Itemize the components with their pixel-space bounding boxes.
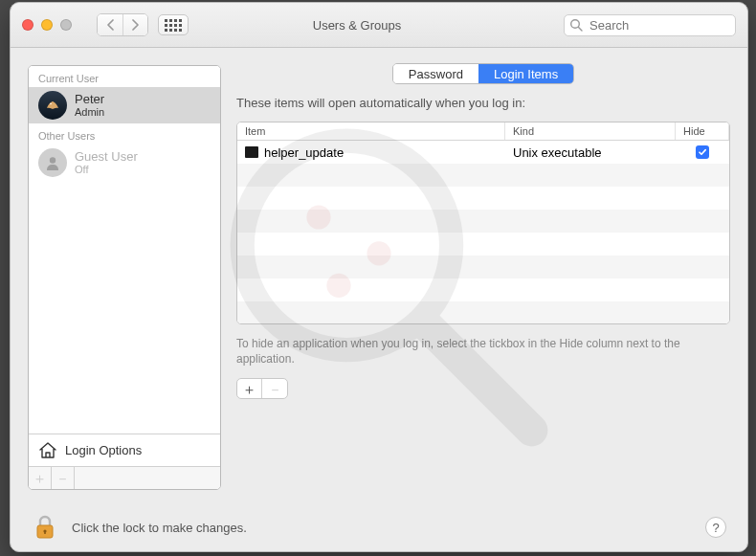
- svg-line-1: [578, 27, 582, 31]
- main-panel: Password Login Items These items will op…: [236, 65, 730, 490]
- hide-checkbox[interactable]: [696, 145, 709, 159]
- login-item-add-remove: ＋ －: [236, 378, 288, 399]
- login-options-label: Login Options: [65, 443, 142, 457]
- silhouette-avatar-icon: [44, 154, 61, 171]
- lock-button[interactable]: [32, 512, 58, 543]
- preferences-window: Users & Groups Current User: [10, 2, 748, 552]
- avatar: [38, 91, 67, 120]
- forward-button[interactable]: [122, 14, 147, 35]
- lock-icon: [33, 514, 56, 541]
- table-row[interactable]: helper_update Unix executable: [237, 141, 729, 164]
- add-user-button[interactable]: ＋: [29, 467, 52, 490]
- chevron-left-icon: [106, 19, 115, 31]
- section-header-other: Other Users: [29, 123, 220, 145]
- table-row-empty: [237, 301, 729, 324]
- tab-login-items[interactable]: Login Items: [478, 64, 573, 83]
- content-area: Current User Peter Admin Other Users: [11, 48, 747, 503]
- avatar: [38, 148, 67, 177]
- user-sidebar: Current User Peter Admin Other Users: [28, 65, 221, 490]
- back-button[interactable]: [98, 14, 122, 35]
- table-row-empty: [237, 233, 729, 256]
- table-row-empty: [237, 164, 729, 187]
- user-role: Off: [75, 164, 138, 175]
- search-input[interactable]: [564, 14, 736, 36]
- remove-login-item-button[interactable]: －: [262, 379, 287, 399]
- tab-password[interactable]: Password: [393, 64, 478, 83]
- window-title: Users & Groups: [198, 18, 554, 33]
- col-hide[interactable]: Hide: [676, 122, 729, 140]
- toolbar: Users & Groups: [11, 3, 747, 48]
- col-kind[interactable]: Kind: [505, 122, 676, 140]
- sidebar-user-peter[interactable]: Peter Admin: [29, 87, 220, 123]
- user-name: Peter: [75, 93, 104, 106]
- user-add-remove-bar: ＋ －: [29, 466, 220, 489]
- sidebar-user-guest[interactable]: Guest User Off: [29, 145, 220, 181]
- table-header: Item Kind Hide: [237, 122, 729, 141]
- user-text: Peter Admin: [75, 93, 104, 118]
- user-text: Guest User Off: [75, 150, 138, 175]
- search-icon: [569, 18, 583, 32]
- close-window-button[interactable]: [22, 19, 33, 31]
- svg-rect-7: [44, 531, 46, 534]
- zoom-window-button[interactable]: [60, 19, 72, 31]
- window-controls: [22, 19, 72, 31]
- show-all-prefs-button[interactable]: [158, 14, 189, 35]
- table-row-empty: [237, 256, 729, 278]
- add-login-item-button[interactable]: ＋: [237, 379, 262, 399]
- lock-footer: Click the lock to make changes. ?: [11, 503, 747, 551]
- help-button[interactable]: ?: [705, 517, 726, 538]
- table-row-empty: [237, 210, 729, 233]
- col-item[interactable]: Item: [237, 122, 505, 140]
- remove-user-button[interactable]: －: [52, 467, 75, 490]
- apps-grid-icon: [165, 19, 182, 32]
- user-role: Admin: [75, 106, 104, 118]
- item-name: helper_update: [264, 145, 344, 160]
- terminal-icon: [245, 146, 258, 158]
- nav-back-forward: [97, 13, 148, 36]
- search-field-wrap: [564, 14, 736, 36]
- house-icon: [38, 442, 57, 459]
- svg-point-2: [50, 103, 52, 105]
- section-header-current: Current User: [29, 66, 220, 87]
- minimize-window-button[interactable]: [41, 19, 53, 31]
- hide-hint: To hide an application when you log in, …: [236, 336, 730, 367]
- login-options-button[interactable]: Login Options: [29, 434, 220, 466]
- chevron-right-icon: [131, 19, 140, 31]
- check-icon: [698, 147, 707, 157]
- user-list: Current User Peter Admin Other Users: [29, 66, 220, 434]
- table-body: helper_update Unix executable: [237, 141, 729, 324]
- eagle-avatar-icon: [44, 97, 61, 114]
- login-items-table: Item Kind Hide helper_update Unix execut…: [236, 122, 730, 324]
- item-kind: Unix executable: [505, 145, 676, 160]
- user-name: Guest User: [75, 150, 138, 164]
- table-row-empty: [237, 187, 729, 210]
- table-row-empty: [237, 278, 729, 301]
- login-items-heading: These items will open automatically when…: [236, 96, 730, 110]
- tab-segmented-control: Password Login Items: [236, 63, 730, 84]
- lock-text: Click the lock to make changes.: [72, 521, 247, 535]
- svg-point-3: [50, 157, 56, 163]
